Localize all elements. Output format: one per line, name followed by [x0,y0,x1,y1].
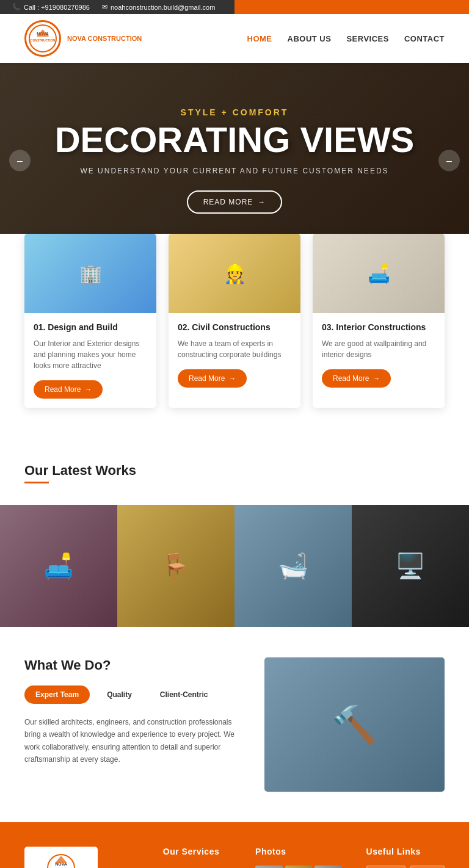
useful-links-grid: Services Design Building About Contact H… [366,866,445,868]
top-bar: 📞 Call : +919080270986 ✉ noahconstructio… [0,0,469,14]
footer-grid: NOVA CONSTRUCTION 📍 Main Road, 136 Alath… [0,847,469,868]
tab-quality[interactable]: Quality [96,685,143,704]
service-desc-2: We have a team of experts in constructin… [178,338,291,360]
service-card-1: 🏢 01. Design and Build Our Interior and … [24,234,156,408]
footer-photo-1[interactable]: 🏢 [255,866,282,868]
hero-section: – STYLE + COMFORT DECORATING VIEWS WE UN… [0,63,469,258]
footer-links-title: Useful Links [366,847,445,856]
arrow-icon: → [84,385,92,394]
nav-home[interactable]: HOME [247,34,272,43]
service-desc-3: We are good at wallpainting and interior… [322,338,435,360]
footer-services-list: Home About Services Constructions Contac… [163,866,231,868]
service-image-2: 👷 [169,234,300,313]
footer-col-services: Our Services Home About Services Constru… [151,847,243,868]
footer-photos-grid: 🏢 🪑 🏗️ 🛋️ 🏠 🪞 🔨 🏗️ 🖼️ [255,866,341,868]
service-btn-3[interactable]: Read More → [322,369,391,388]
service-btn-1[interactable]: Read More → [34,380,103,399]
work-image-3: 🛁 [234,505,352,627]
hero-prev-button[interactable]: – [9,150,31,172]
footer-services-title: Our Services [163,847,231,856]
arrow-icon: → [258,198,266,206]
whatwedo-tabs: Expert Team Quality Client-Centric [24,685,240,704]
whatwedo-title: What We Do? [24,657,240,673]
footer-photo-3[interactable]: 🏗️ [314,866,342,868]
whatwedo-text: Our skilled architects, engineers, and c… [24,716,240,766]
hero-readmore-button[interactable]: READ MORE → [187,190,283,214]
logo-text: NOVA CONSTRUCTION [67,35,142,42]
arrow-icon: → [373,374,380,383]
hero-subtitle: STYLE + COMFORT [55,107,415,117]
logo-area: NOVA CONSTRUCTION NOVA CONSTRUCTION [24,20,142,57]
service-card-2: 👷 02. Civil Constructions We have a team… [169,234,300,408]
footer-logo-box: NOVA CONSTRUCTION [24,847,98,868]
whatwedo-section: What We Do? Expert Team Quality Client-C… [0,627,469,822]
hero-description: WE UNDERSTAND YOUR CURRENT AND FUTURE CU… [55,167,415,175]
service-body-3: 03. Interior Constructions We are good a… [313,313,445,397]
nav-about[interactable]: ABOUT US [288,34,332,43]
work-image-4: 🖥️ [352,505,469,627]
email-icon: ✉ [102,3,107,11]
service-btn-2[interactable]: Read More → [178,369,247,388]
footer-photos-title: Photos [255,847,341,856]
service-image-1: 🏢 [24,234,156,313]
service-card-3: 🛋️ 03. Interior Constructions We are goo… [313,234,445,408]
works-title: Our Latest Works [24,463,445,479]
service-body-1: 01. Design and Build Our Interior and Ex… [24,313,156,408]
service-desc-1: Our Interior and Exterior designs and pl… [34,338,147,371]
phone-text: Call : +919080270986 [24,4,90,11]
whatwedo-left: What We Do? Expert Team Quality Client-C… [24,657,240,766]
hero-content: STYLE + COMFORT DECORATING VIEWS WE UNDE… [55,107,415,214]
header: NOVA CONSTRUCTION NOVA CONSTRUCTION HOME… [0,14,469,63]
useful-link-design[interactable]: Design [410,866,445,868]
services-section: 🏢 01. Design and Build Our Interior and … [0,234,469,438]
service-title-1: 01. Design and Build [34,322,147,332]
work-item-1[interactable]: 🛋️ [0,505,117,627]
hero-next-button[interactable]: – [438,150,460,172]
footer-col-photos: Photos 🏢 🪑 🏗️ 🛋️ 🏠 🪞 🔨 🏗️ 🖼️ [243,847,354,868]
service-title-3: 03. Interior Constructions [322,322,435,332]
work-item-2[interactable]: 🪑 [117,505,234,627]
arrow-icon: → [228,374,236,383]
footer: NOVA CONSTRUCTION 📍 Main Road, 136 Alath… [0,822,469,868]
tab-client-centric[interactable]: Client-Centric [149,685,219,704]
phone-icon: 📞 [12,3,21,11]
email-info: ✉ noahconstruction.build@gmail.com [102,3,215,11]
nav-services[interactable]: Services [346,34,389,43]
footer-col-brand: NOVA CONSTRUCTION 📍 Main Road, 136 Alath… [12,847,151,868]
main-nav: HOME ABOUT US Services CONTACT [247,34,445,43]
work-image-1: 🛋️ [0,505,117,627]
works-underline [24,482,49,483]
svg-text:CONSTRUCTION: CONSTRUCTION [31,38,56,42]
work-item-3[interactable]: 🛁 [234,505,352,627]
work-image-2: 🪑 [117,505,234,627]
hero-title: DECORATING VIEWS [55,122,415,157]
email-text: noahconstruction.build@gmail.com [111,4,215,11]
footer-service-home[interactable]: Home [163,866,231,868]
tab-expert-team[interactable]: Expert Team [24,685,90,704]
nav-contact[interactable]: CONTACT [404,34,445,43]
works-grid: 🛋️ 🪑 🛁 🖥️ [0,505,469,627]
useful-link-services[interactable]: Services [366,866,405,868]
service-body-2: 02. Civil Constructions We have a team o… [169,313,300,397]
service-image-3: 🛋️ [313,234,445,313]
service-title-2: 02. Civil Constructions [178,322,291,332]
works-section: Our Latest Works [0,438,469,505]
whatwedo-right: 🔨 [264,657,445,792]
whatwedo-image: 🔨 [264,657,445,792]
footer-photo-2[interactable]: 🪑 [285,866,313,868]
phone-info: 📞 Call : +919080270986 [12,3,90,11]
work-item-4[interactable]: 🖥️ [352,505,469,627]
footer-col-links: Useful Links Services Design Building Ab… [354,847,457,868]
logo-circle: NOVA CONSTRUCTION [24,20,61,57]
